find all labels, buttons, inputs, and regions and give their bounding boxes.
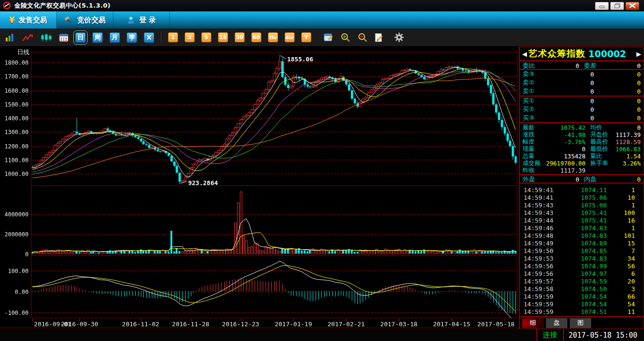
trade-volume: 16: [607, 217, 640, 224]
quote-value: 1.54: [614, 153, 641, 160]
minute-button-5[interactable]: 5: [201, 32, 211, 42]
bid-row-amt: 0: [594, 106, 641, 113]
restore-button[interactable]: [610, 2, 624, 10]
period-button-日[interactable]: 日: [75, 32, 86, 43]
minimize-icon: [599, 6, 604, 8]
edit-icon[interactable]: [375, 33, 384, 42]
nav-tab-login[interactable]: 登 录: [113, 11, 170, 29]
panel-tabs: 细盘图: [519, 317, 644, 329]
zoom-in-icon[interactable]: [340, 32, 351, 43]
settings-gear-icon[interactable]: [394, 32, 404, 42]
quote-row: 涨跌-41.98开盘价1117.39: [520, 131, 644, 138]
weibi-row: 委比 0 委差 0: [519, 61, 644, 69]
waipan-label: 外盘: [523, 175, 547, 184]
trade-time: 14:59:58: [524, 285, 562, 292]
quote-value: 0: [614, 124, 641, 131]
next-instrument-button[interactable]: ▶: [635, 50, 643, 58]
minute-button-3[interactable]: 3: [185, 32, 195, 42]
waipan-row: 外盘 0 内盘 0: [519, 175, 644, 183]
bid-row-vol: 0: [547, 106, 594, 113]
trade-time: 14:59:56: [524, 263, 562, 270]
minute-button-2hr[interactable]: 2hr: [268, 32, 278, 42]
toolbar-separator: [161, 32, 161, 43]
status-datetime: 2017-05-18 15:00: [564, 331, 644, 340]
prev-instrument-button[interactable]: ◀: [521, 50, 528, 58]
quote-value: 1066.83: [614, 146, 641, 153]
minute-buttons: 1351530602hr4hrY: [168, 32, 311, 42]
period-button-X[interactable]: X: [144, 32, 154, 43]
trade-row: 14:59:591074.5111: [520, 308, 644, 315]
trade-volume: 15: [607, 240, 640, 247]
main-area: 日线 ◀ 艺术众筹指数 100002 ▶ 委比 0 委差 0 卖③00卖②00卖…: [0, 47, 644, 329]
toolbar: 日周月季X 1351530602hr4hrY: [0, 29, 644, 47]
neipan-value: 0: [609, 176, 641, 183]
trade-row: 14:59:411074.111: [520, 186, 644, 194]
trade-row: 14:59:411075.0610: [520, 194, 644, 201]
trade-price: 1075.41: [562, 217, 607, 224]
bid-row: 买①00: [520, 97, 644, 105]
quote-row: 昨收1117.39: [520, 166, 644, 174]
minimize-button[interactable]: [595, 2, 609, 10]
minute-button-30[interactable]: 30: [235, 32, 245, 42]
trade-row: 14:59:531074.8334: [520, 254, 644, 262]
trade-volume: 100: [607, 209, 640, 216]
quote-row: 总量135428量比1.54: [520, 152, 644, 159]
app-logo-icon: [3, 1, 11, 10]
trade-time: 14:59:43: [524, 202, 562, 209]
quote-grid: 最新1075.42均价0涨跌-41.98开盘价1117.39幅度-3.76%最高…: [519, 123, 644, 175]
minute-button-Y[interactable]: Y: [301, 32, 311, 42]
quote-value: 3.26%: [614, 160, 641, 167]
yuan-icon: ¥: [9, 15, 15, 25]
period-button-月[interactable]: 月: [109, 32, 120, 43]
panel-tab-盘[interactable]: 盘: [546, 318, 567, 328]
trade-time: 14:59:43: [524, 209, 562, 216]
quote-value: 135428: [545, 153, 585, 160]
calendar-icon[interactable]: [59, 33, 69, 42]
zoom-out-icon[interactable]: [357, 32, 368, 43]
bid-row-amt: 0: [594, 97, 641, 105]
nav-tab-label: 竞价交易: [77, 16, 106, 25]
neipan-label: 内盘: [579, 175, 609, 184]
trade-row: 14:59:561074.976: [520, 270, 644, 277]
weicha-value: 0: [609, 62, 641, 69]
trade-row: 14:59:431075.41100: [520, 209, 644, 216]
minute-button-15[interactable]: 15: [218, 32, 228, 42]
trade-price: 1074.51: [562, 308, 607, 315]
weibi-label: 委比: [523, 61, 547, 70]
panel-tab-细[interactable]: 细: [522, 318, 544, 328]
trade-volume: 6: [607, 270, 640, 277]
nav-tab-sale[interactable]: ¥发售交易: [0, 11, 57, 29]
instrument-header: ◀ 艺术众筹指数 100002 ▶: [519, 47, 644, 61]
minute-button-60[interactable]: 60: [251, 32, 261, 42]
trade-volume: 56: [607, 263, 640, 270]
quote-value: -41.98: [545, 131, 585, 138]
nav-tab-label: 发售交易: [19, 16, 47, 25]
minute-button-4hr[interactable]: 4hr: [285, 32, 295, 42]
quote-row: 现量0最低价1066.83: [520, 145, 644, 152]
trade-time: 14:59:48: [524, 232, 562, 239]
period-button-周[interactable]: 周: [92, 32, 103, 43]
trade-time: 14:59:49: [524, 240, 562, 247]
trade-row: 14:59:591074.5466: [520, 292, 644, 300]
trade-volume: 34: [607, 255, 640, 262]
period-button-季[interactable]: 季: [127, 32, 137, 43]
weicha-label: 委差: [579, 61, 609, 70]
line-chart-icon[interactable]: [22, 33, 34, 42]
bar-chart-icon[interactable]: [5, 33, 15, 42]
trade-time: 14:59:53: [524, 255, 562, 262]
bid-row-label: 买③: [523, 114, 547, 122]
trade-row: 14:59:491074.8915: [520, 239, 644, 247]
candlestick-icon[interactable]: [40, 33, 52, 42]
nav-tab-auction[interactable]: 竞价交易: [57, 11, 113, 29]
note-edit-icon[interactable]: [324, 33, 334, 42]
trade-volume: 1: [607, 224, 640, 232]
trade-volume: 1: [607, 202, 640, 209]
minute-button-1[interactable]: 1: [168, 32, 178, 42]
close-button[interactable]: [625, 2, 639, 10]
trade-row: 14:59:561074.9956: [520, 262, 644, 270]
trade-time: 14:59:56: [524, 270, 562, 277]
trade-volume: 11: [607, 308, 640, 315]
price-chart-canvas[interactable]: [0, 47, 519, 329]
bid-row-amt: 0: [594, 115, 641, 122]
panel-tab-图[interactable]: 图: [570, 318, 591, 328]
